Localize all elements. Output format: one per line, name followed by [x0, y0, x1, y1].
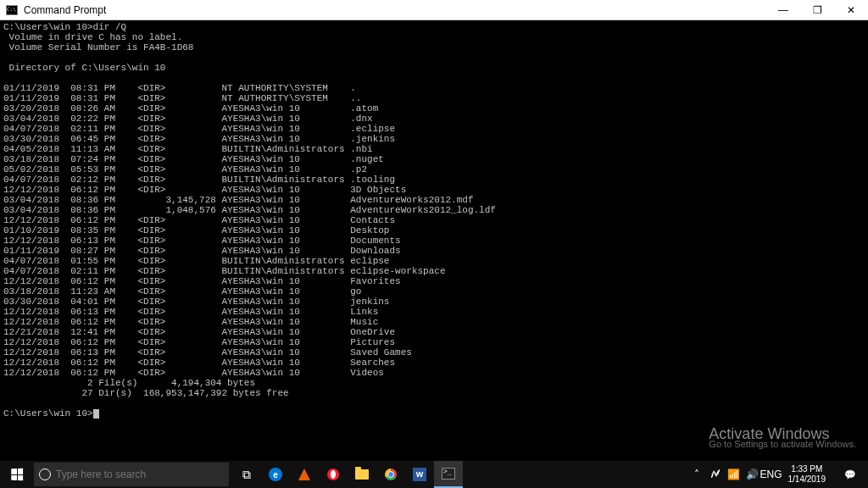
taskbar-app-edge[interactable]: e	[261, 461, 290, 488]
action-center-button[interactable]: 💬	[836, 469, 865, 480]
tray-time: 1:33 PM	[788, 464, 826, 474]
taskbar-app-word[interactable]: W	[405, 461, 434, 488]
window-controls: ― ❐ ✕	[766, 0, 868, 20]
minimize-button[interactable]: ―	[766, 0, 800, 20]
task-view-button[interactable]: ⧉	[232, 461, 261, 488]
app-icon	[5, 3, 19, 17]
tray-volume-icon[interactable]: 🔊	[746, 468, 760, 481]
taskbar-app-chrome[interactable]	[376, 461, 405, 488]
tray-power-icon[interactable]: 🗲	[709, 468, 722, 481]
tray-clock[interactable]: 1:33 PM 1/14/2019	[783, 464, 832, 485]
search-input[interactable]	[56, 469, 217, 480]
window: Command Prompt ― ❐ ✕ C:\Users\win 10>dir…	[0, 0, 868, 488]
cortana-icon[interactable]	[34, 469, 56, 480]
tray-chevron-icon[interactable]: ˄	[690, 468, 704, 481]
terminal-output[interactable]: C:\Users\win 10>dir /Q Volume in drive C…	[0, 20, 868, 461]
system-tray[interactable]: ˄ 🗲 📶 🔊 ENG 1:33 PM 1/14/2019 💬	[687, 464, 869, 485]
start-button[interactable]	[0, 461, 34, 488]
taskbar-app-explorer[interactable]	[348, 461, 376, 488]
tray-date: 1/14/2019	[788, 474, 826, 485]
maximize-button[interactable]: ❐	[800, 0, 834, 20]
titlebar[interactable]: Command Prompt ― ❐ ✕	[0, 0, 868, 20]
tray-language[interactable]: ENG	[765, 468, 778, 481]
taskbar-app-vlc[interactable]	[290, 461, 319, 488]
taskbar[interactable]: ⧉ e W ˄ 🗲 📶 🔊 ENG 1:33 PM 1/14/2019 💬	[0, 461, 868, 488]
search-box[interactable]	[34, 463, 229, 486]
watermark-sub: Go to Settings to activate Windows.	[709, 439, 856, 449]
activate-windows-watermark: Activate WindowsGo to Settings to activa…	[709, 429, 856, 449]
close-button[interactable]: ✕	[834, 0, 868, 20]
watermark-title: Activate Windows	[709, 429, 856, 439]
taskbar-app-opera[interactable]	[319, 461, 348, 488]
tray-wifi-icon[interactable]: 📶	[727, 468, 741, 481]
taskbar-app-cmd[interactable]	[434, 461, 463, 488]
window-title: Command Prompt	[24, 4, 766, 16]
